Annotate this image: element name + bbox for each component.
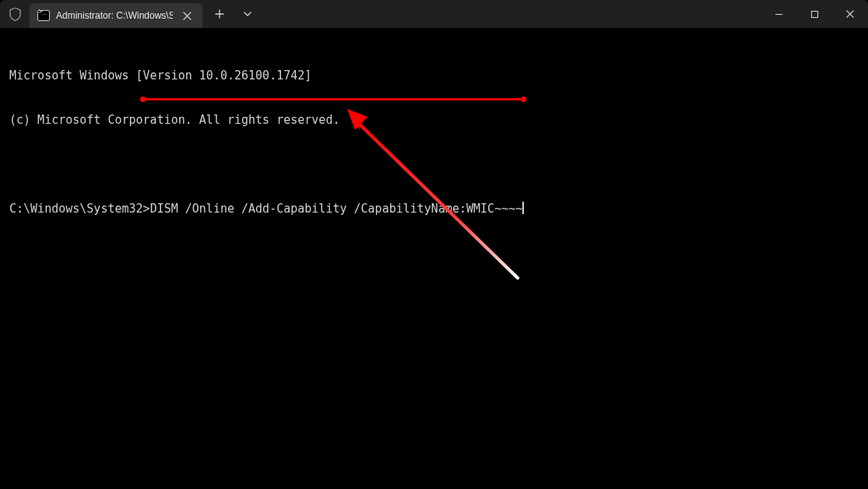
cmd-icon xyxy=(37,10,50,21)
new-tab-button[interactable] xyxy=(207,2,232,26)
prompt-text: C:\Windows\System32> xyxy=(9,202,150,216)
minimize-button[interactable] xyxy=(761,0,796,28)
window-close-button[interactable] xyxy=(832,0,868,28)
cursor xyxy=(522,202,524,214)
annotation-underline xyxy=(142,98,524,100)
window-controls xyxy=(761,0,868,28)
shield-icon xyxy=(0,0,30,28)
titlebar: Administrator: C:\Windows\Sy xyxy=(0,0,868,28)
maximize-button[interactable] xyxy=(796,0,832,28)
close-icon[interactable] xyxy=(179,8,195,23)
chevron-down-icon[interactable] xyxy=(235,2,260,26)
banner-line-1: Microsoft Windows [Version 10.0.26100.17… xyxy=(9,69,859,83)
terminal-body[interactable]: Microsoft Windows [Version 10.0.26100.17… xyxy=(0,28,868,489)
banner-line-2: (c) Microsoft Corporation. All rights re… xyxy=(9,113,859,128)
blank-line xyxy=(9,157,859,172)
prompt-line: C:\Windows\System32>DISM /Online /Add-Ca… xyxy=(9,202,859,216)
command-text: DISM /Online /Add-Capability /Capability… xyxy=(150,202,523,216)
tab-title: Administrator: C:\Windows\Sy xyxy=(56,10,173,21)
tab-strip-actions xyxy=(207,0,260,28)
tab-active[interactable]: Administrator: C:\Windows\Sy xyxy=(30,3,202,28)
svg-rect-0 xyxy=(811,11,817,17)
